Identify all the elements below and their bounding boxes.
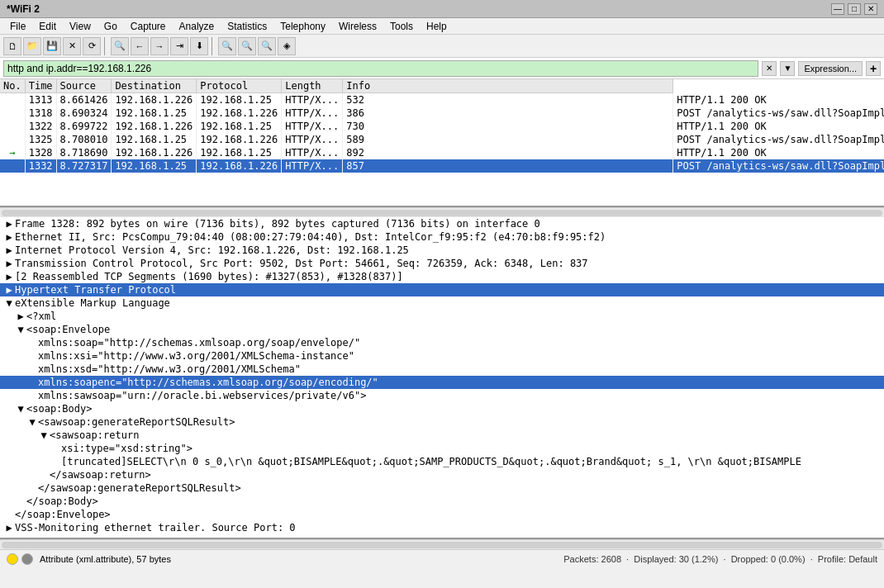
col-length[interactable]: Length: [282, 79, 343, 93]
menu-go[interactable]: Go: [97, 19, 124, 34]
detail-row[interactable]: ▶<?xml: [0, 310, 884, 323]
menu-telephony[interactable]: Telephony: [273, 19, 332, 34]
cell-length: 386: [343, 107, 673, 120]
detail-row[interactable]: xmlns:soapenc="http://schemas.xmlsoap.or…: [0, 376, 884, 389]
table-row[interactable]: 13138.661426192.168.1.226192.168.1.25HTT…: [0, 93, 884, 107]
table-row[interactable]: 13258.708010192.168.1.25192.168.1.226HTT…: [0, 133, 884, 146]
add-filter-button[interactable]: +: [866, 61, 881, 76]
packet-table: No. Time Source Destination Protocol Len…: [0, 79, 884, 173]
detail-row[interactable]: xmlns:xsd="http://www.w3.org/2001/XMLSch…: [0, 363, 884, 376]
menu-analyze[interactable]: Analyze: [173, 19, 221, 34]
detail-row[interactable]: ▼<sawsoap:return: [0, 429, 884, 442]
detail-text: Transmission Control Protocol, Src Port:…: [15, 258, 588, 269]
menu-edit[interactable]: Edit: [32, 19, 63, 34]
detail-row[interactable]: </soap:Body>: [0, 495, 884, 508]
menu-tools[interactable]: Tools: [383, 19, 420, 34]
col-protocol[interactable]: Protocol: [197, 79, 282, 93]
detail-row[interactable]: </soap:Envelope>: [0, 508, 884, 521]
detail-row[interactable]: ▶[2 Reassembled TCP Segments (1690 bytes…: [0, 270, 884, 283]
toolbar-close-btn[interactable]: ✕: [63, 37, 81, 55]
expand-icon: ▶: [3, 218, 15, 230]
detail-text: VSS-Monitoring ethernet trailer. Source …: [15, 522, 296, 533]
toolbar-open-btn[interactable]: 📁: [23, 37, 41, 55]
detail-text: Frame 1328: 892 bytes on wire (7136 bits…: [15, 218, 540, 230]
packet-details[interactable]: ▶Frame 1328: 892 bytes on wire (7136 bit…: [0, 217, 884, 539]
cell-info: POST /analytics-ws/saw.dll?SoapImpl=repo…: [673, 133, 884, 146]
filter-arrow-btn[interactable]: ▼: [780, 61, 795, 76]
menu-statistics[interactable]: Statistics: [221, 19, 273, 34]
detail-row[interactable]: ▶Internet Protocol Version 4, Src: 192.1…: [0, 244, 884, 257]
status-packets: Packets: 2608 · Displayed: 30 (1.2%) · D…: [563, 554, 877, 564]
toolbar-save-btn[interactable]: 💾: [43, 37, 61, 55]
expand-icon: ▼: [15, 324, 26, 335]
table-row[interactable]: 13328.727317192.168.1.25192.168.1.226HTT…: [0, 159, 884, 173]
toolbar-jump-btn[interactable]: ⇥: [170, 37, 188, 55]
cell-source: 192.168.1.25: [112, 107, 197, 120]
table-row[interactable]: →13288.718690192.168.1.226192.168.1.25HT…: [0, 146, 884, 159]
toolbar-zoom-reset-btn[interactable]: 🔍: [258, 37, 276, 55]
close-button[interactable]: ✕: [864, 3, 877, 15]
detail-row[interactable]: ▶Frame 1328: 892 bytes on wire (7136 bit…: [0, 217, 884, 230]
col-source[interactable]: Source: [56, 79, 112, 93]
menu-wireless[interactable]: Wireless: [332, 19, 383, 34]
toolbar-zoom-out-btn[interactable]: 🔍: [238, 37, 256, 55]
detail-row[interactable]: </sawsoap:return>: [0, 468, 884, 481]
expression-button[interactable]: Expression...: [798, 61, 863, 76]
cell-info: HTTP/1.1 200 OK: [673, 146, 884, 159]
detail-row[interactable]: </sawsoap:generateReportSQLResult>: [0, 481, 884, 495]
col-time[interactable]: Time: [25, 79, 56, 93]
detail-text: [truncated]SELECT\r\n 0 s_0,\r\n &quot;B…: [61, 456, 801, 467]
col-destination[interactable]: Destination: [112, 79, 197, 93]
detail-row[interactable]: [truncated]SELECT\r\n 0 s_0,\r\n &quot;B…: [0, 455, 884, 468]
detail-row[interactable]: ▶Transmission Control Protocol, Src Port…: [0, 257, 884, 270]
detail-row[interactable]: ▼<soap:Body>: [0, 402, 884, 415]
toolbar-colorize-btn[interactable]: ◈: [278, 37, 296, 55]
cell-length: 857: [343, 159, 673, 173]
col-info[interactable]: Info: [343, 79, 673, 93]
packet-list-hscroll[interactable]: [0, 207, 884, 217]
detail-row[interactable]: xmlns:soap="http://schemas.xmlsoap.org/s…: [0, 336, 884, 349]
minimize-button[interactable]: —: [831, 3, 844, 15]
table-row[interactable]: 13188.690324192.168.1.25192.168.1.226HTT…: [0, 107, 884, 120]
table-row[interactable]: 13228.699722192.168.1.226192.168.1.25HTT…: [0, 120, 884, 133]
detail-row[interactable]: xmlns:sawsoap="urn://oracle.bi.webservic…: [0, 389, 884, 402]
row-indicator: [0, 120, 25, 133]
menu-help[interactable]: Help: [420, 19, 454, 34]
toolbar-find-btn[interactable]: 🔍: [111, 37, 129, 55]
cell-no: 1325: [25, 133, 56, 146]
detail-row[interactable]: ▼<soap:Envelope: [0, 323, 884, 336]
title-bar: *WiFi 2 — □ ✕: [0, 0, 884, 18]
cell-time: 8.699722: [56, 120, 112, 133]
cell-no: 1332: [25, 159, 56, 173]
cell-destination: 192.168.1.25: [197, 120, 282, 133]
toolbar-new-btn[interactable]: 🗋: [3, 37, 21, 55]
cell-destination: 192.168.1.25: [197, 146, 282, 159]
cell-source: 192.168.1.226: [112, 120, 197, 133]
detail-row[interactable]: ▶Hypertext Transfer Protocol: [0, 283, 884, 296]
menu-capture[interactable]: Capture: [124, 19, 173, 34]
toolbar-back-btn[interactable]: ←: [131, 37, 149, 55]
cell-protocol: HTTP/X...: [282, 133, 343, 146]
detail-row[interactable]: ▶Ethernet II, Src: PcsCompu_79:04:40 (08…: [0, 230, 884, 244]
toolbar-reload-btn[interactable]: ⟳: [83, 37, 101, 55]
detail-row[interactable]: xsi:type="xsd:string">: [0, 442, 884, 455]
col-no[interactable]: No.: [0, 79, 25, 93]
detail-row[interactable]: ▶VSS-Monitoring ethernet trailer. Source…: [0, 521, 884, 534]
menu-view[interactable]: View: [63, 19, 97, 34]
menu-file[interactable]: File: [3, 19, 32, 34]
row-indicator: →: [0, 146, 25, 159]
filter-clear-btn[interactable]: ✕: [762, 61, 777, 76]
packet-list[interactable]: No. Time Source Destination Protocol Len…: [0, 79, 884, 207]
detail-row[interactable]: xmlns:xsi="http://www.w3.org/2001/XMLSch…: [0, 349, 884, 363]
toolbar-zoom-in-btn[interactable]: 🔍: [218, 37, 236, 55]
cell-no: 1318: [25, 107, 56, 120]
detail-row[interactable]: ▼<sawsoap:generateReportSQLResult>: [0, 415, 884, 429]
detail-row[interactable]: ▼eXtensible Markup Language: [0, 296, 884, 310]
toolbar-scroll-btn[interactable]: ⬇: [190, 37, 208, 55]
detail-text: Hypertext Transfer Protocol: [15, 284, 176, 296]
packet-details-hscroll[interactable]: [0, 539, 884, 549]
row-indicator: [0, 159, 25, 173]
maximize-button[interactable]: □: [848, 3, 861, 15]
filter-input[interactable]: [7, 63, 754, 74]
toolbar-forward-btn[interactable]: →: [150, 37, 169, 55]
